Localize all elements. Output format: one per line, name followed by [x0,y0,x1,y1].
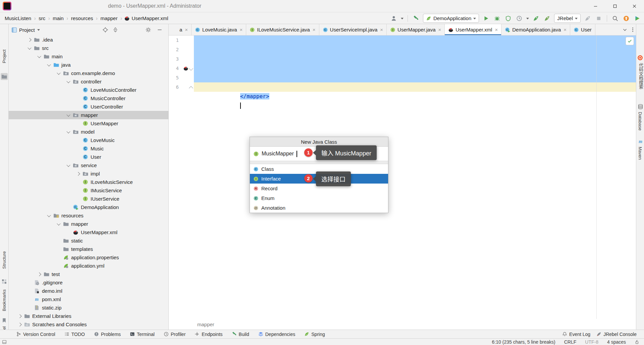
close-tab-icon[interactable] [438,27,441,32]
breadcrumb-item[interactable]: MusicListen [4,15,32,21]
tree-row[interactable]: test [9,270,168,278]
toolwindow-button[interactable]: Dependencies [258,332,296,337]
toolwindow-structure-label[interactable]: Structure [2,251,7,269]
tree-row[interactable]: static [9,236,168,245]
structure-toolwindow-icon[interactable] [1,279,7,284]
code-line[interactable]: 6 </mapper> [169,82,636,92]
code-line[interactable]: 4 <mapper namespace="com.example.demo.ma… [169,64,636,73]
tree-row[interactable]: I IUserService [9,195,168,203]
inspections-ok-icon[interactable] [626,37,634,45]
tree-row[interactable]: I ILoveMusicService [9,178,168,186]
fold-marker-icon[interactable] [189,66,193,71]
tree-row[interactable]: mapper [9,220,168,228]
tree-chevron-icon[interactable] [28,38,31,42]
run-config-selector[interactable]: DemoApplication [423,14,479,23]
close-tab-icon[interactable] [380,27,383,32]
tree-chevron-icon[interactable] [47,213,51,217]
editor-tab[interactable]: UserMapper.xml [445,24,501,35]
plugin-orange-icon[interactable] [637,55,643,61]
stop-button[interactable] [595,14,603,22]
close-tab-icon[interactable] [313,27,316,32]
tree-row[interactable]: java [9,61,168,69]
code-line[interactable]: 1 <?xml version="1.0" encoding="UTF-8"?> [169,36,636,45]
code-line[interactable]: 3 <!-- "" 里面需要写接口的路径--> [169,54,636,64]
indent-setting[interactable]: 4 spaces [607,339,626,345]
database-icon[interactable] [638,104,643,110]
close-tab-icon[interactable] [564,27,567,32]
close-tab-icon[interactable] [185,27,188,32]
toolwindow-button[interactable]: Profiler [164,332,185,337]
minimize-button[interactable] [586,0,605,12]
editor-tab[interactable]: C UserServiceImpl.java [319,24,387,35]
user-account-icon[interactable] [390,14,398,22]
tree-row[interactable]: m pom.xml [9,295,168,303]
tree-chevron-icon[interactable] [37,272,41,276]
toolwindow-button[interactable]: Event Log [562,332,590,337]
jrebel-debug-icon[interactable] [543,14,551,22]
toolwindow-project-label[interactable]: Project [2,50,7,63]
toolwindow-toggle-icon[interactable] [2,340,7,344]
settings-gear-icon[interactable] [144,26,152,34]
toolwindow-button[interactable]: Terminal [130,332,155,337]
tree-row[interactable]: C LoveMusicController [9,86,168,94]
kind-option[interactable]: @ Annotation [250,203,388,213]
toolwindow-button[interactable]: Problems [94,332,121,337]
tree-row[interactable]: static.zip [9,303,168,312]
tree-row[interactable]: External Libraries [9,312,168,320]
tree-row[interactable]: Scratches and Consoles [9,320,168,329]
hidden-tabs-chevron-icon[interactable] [621,26,629,34]
tree-row[interactable]: main [9,52,168,61]
collapse-all-icon[interactable] [111,26,119,34]
tree-chevron-icon[interactable] [18,314,21,318]
tree-chevron-icon[interactable] [28,46,31,49]
tree-row[interactable]: .idea [9,36,168,44]
tree-chevron-icon[interactable] [18,323,21,326]
tree-chevron-icon[interactable] [47,62,51,66]
tab-options-kebab-icon[interactable] [632,27,633,32]
project-toolwindow-icon[interactable] [1,73,8,80]
tree-row[interactable]: com.example.demo [9,69,168,77]
toolwindow-bookmarks-label[interactable]: Bookmarks [2,289,7,311]
coverage-button[interactable] [504,14,512,22]
breadcrumb-item[interactable]: src [38,15,46,21]
toolwindow-button[interactable]: TODO [64,332,85,337]
toolwindow-button[interactable]: Endpoints [195,332,222,337]
search-everywhere-icon[interactable] [611,14,619,22]
build-hammer-icon[interactable] [412,14,420,22]
editor-tab[interactable]: I UserMapper.java [387,24,445,35]
breadcrumb-file[interactable]: UserMapper.xml [124,15,168,21]
tree-row[interactable]: C DemoApplication [9,203,168,211]
toolwindow-button[interactable]: JRebel Console [596,332,637,337]
toolwindow-database-label[interactable]: Database [638,112,643,131]
tree-row[interactable]: model [9,128,168,136]
caret-position[interactable]: 6:10 (235 chars, 5 line breaks) [492,339,555,345]
tree-chevron-icon[interactable] [66,79,70,83]
toolwindow-plugin-label[interactable]: 代码文档搜索 [638,63,644,89]
toolwindow-maven-label[interactable]: Maven [638,147,643,160]
maven-icon[interactable]: m [638,139,643,144]
toolwindow-button[interactable]: Build [232,332,249,337]
editor-breadcrumb[interactable]: mapper [169,319,636,330]
tree-row[interactable]: C MusicController [9,94,168,102]
tree-chevron-icon[interactable] [57,221,60,225]
jrebel-run-icon[interactable] [532,14,540,22]
tree-row[interactable]: C Music [9,144,168,153]
update-notification-icon[interactable] [622,14,630,22]
rerun-disabled-icon[interactable] [584,14,592,22]
tree-row[interactable]: service [9,161,168,169]
debug-button[interactable] [493,14,501,22]
maximize-button[interactable] [605,0,625,12]
gutter-mybatis-icon[interactable] [183,66,189,71]
tree-row[interactable]: I IMusicService [9,186,168,195]
tree-row[interactable]: controller [9,77,168,86]
hide-panel-icon[interactable] [156,26,164,34]
breadcrumb-item[interactable]: main [52,15,64,21]
editor-tab[interactable]: a [169,24,192,35]
project-panel-title[interactable]: Project [12,27,40,33]
tree-row[interactable]: C LoveMusic [9,136,168,144]
editor-tab[interactable]: C LoveMusic.java [192,24,246,35]
toolwindow-button[interactable]: Spring [304,332,325,337]
user-dropdown-icon[interactable] [401,18,404,21]
tree-chevron-icon[interactable] [66,113,70,116]
run-button[interactable] [482,14,490,22]
